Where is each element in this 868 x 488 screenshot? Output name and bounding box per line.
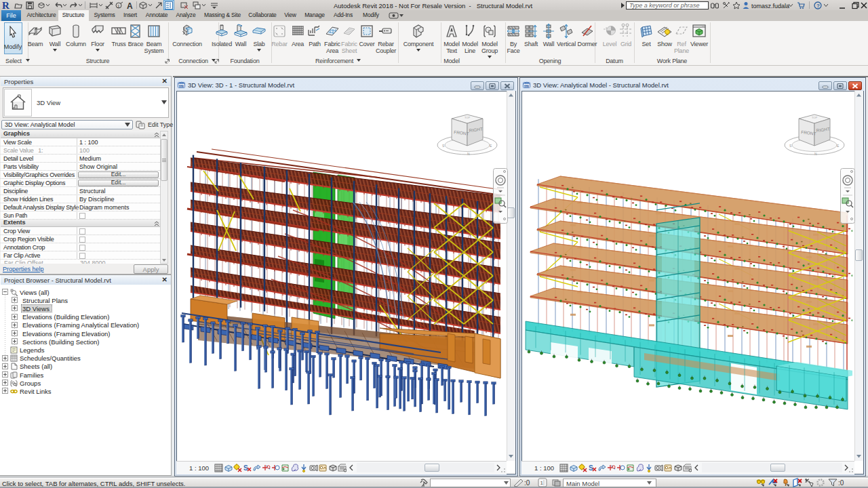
svg-text:TOP: TOP (812, 116, 817, 119)
svg-text:RVT: RVT (179, 85, 184, 88)
svg-text:N: N (467, 152, 470, 156)
svg-text:RVT: RVT (524, 85, 530, 88)
svg-text:N: N (814, 152, 817, 156)
svg-text:1: 1 (117, 4, 120, 8)
svg-text:R: R (2, 1, 9, 9)
svg-text:A: A (127, 1, 133, 9)
svg-text:TOP: TOP (465, 116, 470, 119)
svg-text:?: ? (816, 3, 820, 9)
svg-text:1: 1 (540, 480, 544, 486)
svg-text:E: E (837, 144, 840, 148)
svg-text:S: S (442, 144, 445, 148)
svg-text:S: S (789, 144, 792, 148)
svg-text:E: E (490, 144, 492, 148)
